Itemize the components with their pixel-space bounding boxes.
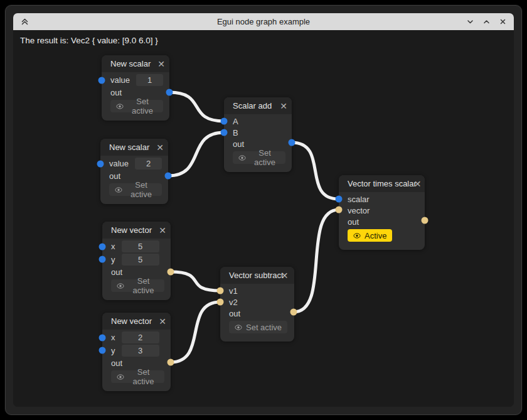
node-close-icon[interactable]: ✕ xyxy=(157,60,165,68)
node-header[interactable]: Vector subtract ✕ xyxy=(220,267,294,284)
param-row: A xyxy=(233,116,285,127)
result-text: The result is: Vec2 { value: [9.0 6.0] } xyxy=(20,36,158,45)
titlebar[interactable]: Egui node graph example xyxy=(13,13,514,30)
param-label: out xyxy=(109,171,120,181)
set-active-label: Set active xyxy=(127,97,157,116)
node-title: New scalar xyxy=(110,59,151,68)
eye-icon xyxy=(353,233,361,239)
param-label: x xyxy=(111,333,115,342)
app-window: Egui node graph example xyxy=(5,5,522,415)
node-header[interactable]: New scalar ✕ xyxy=(102,55,169,72)
param-label: x xyxy=(111,242,115,251)
param-label: B xyxy=(233,128,238,137)
node-new-vector-2[interactable]: New vector ✕ x 2 y 3 out Set active xyxy=(102,313,171,391)
param-label: v2 xyxy=(229,298,238,307)
param-row: y 5 xyxy=(111,253,164,266)
active-label: Active xyxy=(365,231,386,240)
param-label: y xyxy=(111,346,115,355)
eye-icon xyxy=(116,104,124,109)
active-button[interactable]: Active xyxy=(348,229,392,242)
set-active-button[interactable]: Set active xyxy=(233,151,285,164)
param-row: v1 xyxy=(229,285,288,296)
node-close-icon[interactable]: ✕ xyxy=(156,143,164,152)
value-drag-input[interactable]: 1 xyxy=(136,74,163,86)
param-row: x 5 xyxy=(111,240,164,253)
param-label: out xyxy=(348,217,359,227)
eye-icon xyxy=(117,283,124,289)
node-close-icon[interactable]: ✕ xyxy=(159,226,166,235)
param-label: vector xyxy=(348,206,370,215)
node-close-icon[interactable]: ✕ xyxy=(414,180,422,188)
param-label: out xyxy=(229,309,240,318)
value-drag-input[interactable]: 3 xyxy=(122,345,159,357)
close-icon[interactable] xyxy=(498,17,508,27)
set-active-button[interactable]: Set active xyxy=(111,279,164,292)
set-active-label: Set active xyxy=(126,180,156,199)
node-title: New scalar xyxy=(109,143,149,152)
node-vector-times-scalar[interactable]: Vector times scalar ✕ scalar vector out … xyxy=(339,175,425,250)
value-drag-input[interactable]: 5 xyxy=(122,254,159,266)
node-vector-subtract[interactable]: Vector subtract ✕ v1 v2 out Set active xyxy=(220,267,294,342)
param-row: scalar xyxy=(348,193,418,205)
param-row: value 2 xyxy=(109,157,162,170)
set-active-button[interactable]: Set active xyxy=(110,100,163,112)
param-row: y 3 xyxy=(111,344,164,357)
param-label: scalar xyxy=(348,195,370,204)
param-label: out xyxy=(110,88,122,97)
param-label: v1 xyxy=(229,286,238,296)
node-title: New vector xyxy=(111,316,152,326)
node-close-icon[interactable]: ✕ xyxy=(281,271,289,280)
node-header[interactable]: Vector times scalar ✕ xyxy=(339,175,425,192)
param-row: value 1 xyxy=(110,73,163,87)
eye-icon xyxy=(117,374,124,380)
node-close-icon[interactable]: ✕ xyxy=(280,102,287,110)
param-row: v2 xyxy=(229,296,288,308)
param-row: out xyxy=(348,216,418,227)
set-active-label: Set active xyxy=(128,276,159,295)
node-scalar-add[interactable]: Scalar add ✕ A B out Set active xyxy=(224,97,292,172)
set-active-label: Set active xyxy=(128,367,159,386)
maximize-icon[interactable] xyxy=(481,17,491,27)
node-header[interactable]: Scalar add ✕ xyxy=(224,97,292,114)
param-row: vector xyxy=(348,205,418,216)
eye-icon xyxy=(115,187,122,193)
node-title: Vector subtract xyxy=(229,271,284,280)
param-label: out xyxy=(233,139,244,149)
param-label: A xyxy=(233,117,238,126)
param-row: B xyxy=(233,127,285,138)
set-active-label: Set active xyxy=(250,148,280,167)
param-row: out xyxy=(229,308,288,319)
value-drag-input[interactable]: 2 xyxy=(135,158,162,170)
graph-canvas[interactable] xyxy=(13,30,514,407)
set-active-button[interactable]: Set active xyxy=(111,370,164,383)
node-header[interactable]: New vector ✕ xyxy=(102,313,171,330)
value-drag-input[interactable]: 2 xyxy=(122,331,159,343)
window-title: Egui node graph example xyxy=(13,17,514,26)
node-title: New vector xyxy=(111,225,152,235)
node-new-scalar-1[interactable]: New scalar ✕ value 1 out Set active xyxy=(102,55,169,121)
node-header[interactable]: New scalar ✕ xyxy=(100,139,168,156)
eye-icon xyxy=(235,325,242,330)
set-active-button[interactable]: Set active xyxy=(109,183,162,196)
param-row: x 2 xyxy=(111,331,164,344)
param-label: value xyxy=(110,75,130,85)
node-title: Scalar add xyxy=(233,101,272,110)
set-active-label: Set active xyxy=(246,323,282,332)
set-active-button[interactable]: Set active xyxy=(229,321,287,333)
eye-icon xyxy=(238,155,246,161)
param-label: value xyxy=(109,159,129,168)
collapse-icon[interactable] xyxy=(19,17,29,27)
node-header[interactable]: New vector ✕ xyxy=(102,222,171,239)
minimize-icon[interactable] xyxy=(465,17,475,27)
param-label: out xyxy=(111,267,122,277)
node-title: Vector times scalar xyxy=(348,179,417,188)
node-close-icon[interactable]: ✕ xyxy=(159,317,166,326)
param-label: y xyxy=(111,255,115,264)
value-drag-input[interactable]: 5 xyxy=(122,240,159,252)
node-new-scalar-2[interactable]: New scalar ✕ value 2 out Set active xyxy=(100,139,168,204)
node-new-vector-1[interactable]: New vector ✕ x 5 y 5 out Set active xyxy=(102,222,171,300)
param-label: out xyxy=(111,358,122,368)
